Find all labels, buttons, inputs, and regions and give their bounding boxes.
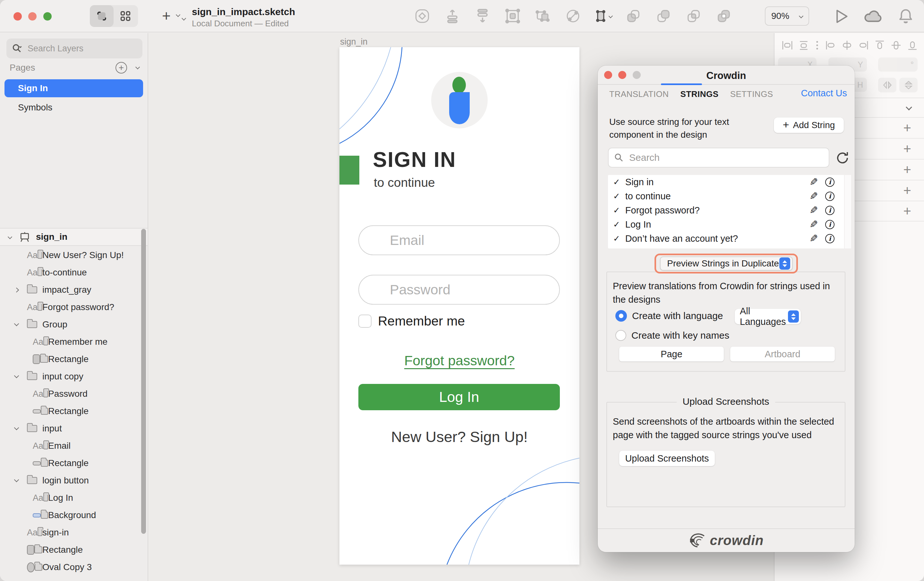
artboard-title[interactable]: sign_in: [340, 37, 368, 47]
layer-row[interactable]: Password: [0, 385, 148, 402]
layer-row[interactable]: login button: [0, 472, 148, 489]
layer-row[interactable]: Email: [0, 437, 148, 455]
edit-size-icon[interactable]: [594, 7, 612, 25]
folder-chevron-icon[interactable]: [14, 321, 19, 326]
chevron-down-icon[interactable]: [135, 65, 140, 70]
layer-row[interactable]: to-continue: [0, 264, 148, 281]
move-forward-icon[interactable]: [444, 7, 461, 25]
align-top-icon[interactable]: [873, 39, 886, 53]
notifications-bell-button[interactable]: [897, 8, 914, 26]
fullscreen-button[interactable]: [43, 12, 52, 20]
minimize-button[interactable]: [28, 12, 36, 20]
refresh-strings-button[interactable]: [835, 150, 850, 167]
layer-row[interactable]: Rectangle: [0, 541, 148, 558]
zoom-control[interactable]: 90%: [765, 7, 809, 26]
info-icon[interactable]: [825, 177, 835, 187]
cloud-share-button[interactable]: [864, 8, 882, 26]
flip-vertical-button[interactable]: [899, 78, 917, 93]
folder-chevron-icon[interactable]: [14, 477, 19, 482]
folder-chevron-icon[interactable]: [14, 373, 19, 379]
transform-icon[interactable]: [564, 7, 582, 25]
crowdin-titlebar[interactable]: Crowdin: [598, 66, 855, 85]
rotation-field[interactable]: °: [878, 58, 917, 71]
forgot-password-link[interactable]: Forgot password?: [340, 353, 579, 369]
layer-row[interactable]: Background: [0, 507, 148, 524]
layer-row[interactable]: Log In: [0, 489, 148, 507]
info-icon[interactable]: [825, 234, 835, 243]
preview-strings-select[interactable]: Preview Strings in Duplicate: [660, 257, 793, 271]
remember-me-checkbox[interactable]: [358, 315, 371, 328]
grid-view-button[interactable]: [114, 5, 137, 27]
string-row[interactable]: to continue: [608, 189, 851, 203]
page-item[interactable]: Sign In: [5, 79, 143, 97]
align-middle-vertical-icon[interactable]: [890, 39, 903, 53]
boolean-subtract-icon[interactable]: [655, 7, 672, 25]
add-page-button[interactable]: [116, 62, 127, 73]
distribute-horizontal-icon[interactable]: [781, 39, 794, 53]
align-center-horizontal-icon[interactable]: [841, 39, 853, 53]
info-icon[interactable]: [825, 192, 835, 201]
string-row[interactable]: Sign in: [608, 175, 851, 189]
layer-row[interactable]: sign-in: [0, 524, 148, 541]
align-bottom-icon[interactable]: [906, 39, 919, 53]
crowdin-search-input[interactable]: [629, 152, 808, 163]
radio-unselected-icon[interactable]: [615, 330, 626, 341]
boolean-union-icon[interactable]: [624, 7, 642, 25]
crowdin-tab[interactable]: STRINGS: [680, 89, 719, 99]
crowdin-tab[interactable]: SETTINGS: [730, 89, 773, 99]
radio-selected-icon[interactable]: [615, 310, 627, 322]
chevron-down-icon[interactable]: [8, 235, 12, 239]
chevron-down-icon[interactable]: [176, 13, 180, 17]
info-icon[interactable]: [825, 220, 835, 229]
page-item[interactable]: Symbols: [5, 99, 143, 116]
signup-text[interactable]: New User? Sign Up!: [340, 428, 579, 445]
folder-chevron-icon[interactable]: [14, 425, 19, 430]
boolean-difference-icon[interactable]: [715, 7, 733, 25]
string-row[interactable]: Log In: [608, 217, 851, 232]
preview-play-button[interactable]: [832, 8, 850, 26]
layer-row[interactable]: New User? Sign Up!: [0, 247, 148, 264]
layer-row[interactable]: Forgot password?: [0, 298, 148, 316]
insert-button[interactable]: [162, 8, 180, 23]
folder-chevron-icon[interactable]: [14, 287, 19, 293]
ungroup-icon[interactable]: [534, 7, 552, 25]
email-field[interactable]: Email: [358, 225, 560, 255]
info-icon[interactable]: [825, 206, 835, 215]
password-field[interactable]: Password: [358, 275, 560, 305]
crowdin-tab[interactable]: TRANSLATION: [609, 89, 669, 99]
string-row[interactable]: Forgot password?: [608, 203, 851, 217]
search-layers-input[interactable]: [27, 43, 123, 54]
strings-scroll-track[interactable]: [844, 175, 851, 248]
artboard-button[interactable]: Artboard: [730, 347, 835, 361]
align-right-icon[interactable]: [857, 39, 870, 53]
edit-pencil-icon[interactable]: [810, 232, 818, 245]
artboard[interactable]: SIGN IN to continue Email Password Remem…: [340, 47, 579, 564]
move-backward-icon[interactable]: [474, 7, 492, 25]
login-button[interactable]: Log In: [358, 384, 560, 410]
artboard-layer-header[interactable]: sign_in: [0, 228, 148, 246]
edit-pencil-icon[interactable]: [810, 190, 818, 202]
layer-row[interactable]: Oval Copy 3: [0, 558, 148, 576]
create-with-key-names-option[interactable]: Create with key names: [615, 330, 729, 341]
group-icon[interactable]: [504, 7, 522, 25]
document-title-block[interactable]: sign_in_impact.sketch Local Document — E…: [182, 7, 295, 28]
align-left-icon[interactable]: [824, 39, 837, 53]
contact-us-link[interactable]: Contact Us: [801, 88, 847, 99]
crowdin-search-field[interactable]: [608, 148, 829, 167]
layer-row[interactable]: Remember me: [0, 333, 148, 351]
upload-screenshots-button[interactable]: Upload Screenshots: [619, 451, 715, 466]
distribute-vertical-icon[interactable]: [797, 39, 810, 53]
create-symbol-icon[interactable]: [413, 7, 431, 25]
flip-horizontal-button[interactable]: [878, 78, 896, 93]
canvas-view-button[interactable]: [90, 5, 114, 27]
more-options-icon[interactable]: [813, 39, 821, 53]
edit-pencil-icon[interactable]: [810, 218, 818, 230]
layer-row[interactable]: Rectangle: [0, 402, 148, 420]
layer-row[interactable]: Rectangle: [0, 455, 148, 472]
add-string-button[interactable]: Add String: [774, 118, 844, 133]
language-select[interactable]: All Languages: [735, 309, 801, 324]
layer-row[interactable]: input: [0, 420, 148, 437]
layer-row[interactable]: Group: [0, 316, 148, 333]
create-with-language-option[interactable]: Create with language: [615, 310, 723, 322]
page-button[interactable]: Page: [619, 347, 724, 361]
